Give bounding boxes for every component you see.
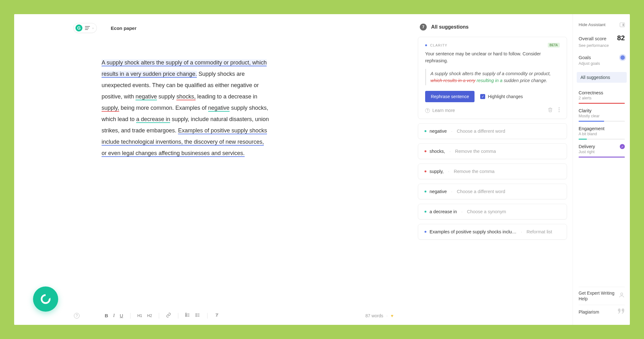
category-dot-icon xyxy=(425,170,426,172)
italic-button[interactable]: I xyxy=(113,313,115,318)
text-segment[interactable]: shocks, xyxy=(176,93,196,100)
more-icon[interactable] xyxy=(558,107,560,114)
category-dot-icon xyxy=(425,231,426,233)
heart-icon[interactable]: ♥ xyxy=(391,313,393,318)
panel-icon xyxy=(620,23,625,27)
see-performance-link[interactable]: See performance xyxy=(579,43,625,48)
assistant-sidebar: Hide Assistant Overall score 82 See perf… xyxy=(573,14,630,325)
svg-text:3: 3 xyxy=(186,315,187,317)
trash-icon[interactable] xyxy=(548,107,553,114)
check-icon: ✓ xyxy=(620,144,625,149)
format-toolbar: B I U H1 H2 123 xyxy=(105,313,219,319)
beta-badge: BETA xyxy=(548,43,560,47)
clear-format-button[interactable] xyxy=(214,313,219,319)
suggestion-card[interactable]: a decrease in·Choose a synonym xyxy=(418,204,567,220)
bullet-list-button[interactable] xyxy=(195,313,200,319)
suggestion-card[interactable]: negative·Choose a different word xyxy=(418,184,567,199)
suggestion-card[interactable]: Examples of positive supply shocks inclu… xyxy=(418,224,567,240)
suggestion-message: Remove the comma xyxy=(455,149,496,154)
chevron-right-icon: › xyxy=(92,26,93,30)
text-segment[interactable]: a decrease in xyxy=(136,116,170,123)
suggestion-message: Choose a different word xyxy=(457,189,505,194)
editor-text-area[interactable]: A supply shock alters the supply of a co… xyxy=(74,57,269,159)
text-segment[interactable]: negative xyxy=(208,105,230,112)
suggestion-word: Examples of positive supply shocks inclu… xyxy=(430,229,516,234)
expert-help-button[interactable]: Get Expert Writing Help xyxy=(579,287,625,305)
metric-engagement[interactable]: EngagementA bit bland xyxy=(579,126,625,140)
expert-icon xyxy=(619,292,625,300)
suggestion-word: shocks, xyxy=(430,149,445,154)
metric-delivery[interactable]: Delivery✓Just right xyxy=(579,144,625,158)
category-dot-icon xyxy=(425,44,427,46)
editor-footer: ? B I U H1 H2 123 xyxy=(74,313,403,319)
suggestion-card-expanded[interactable]: CLARITY BETA Your sentence may be unclea… xyxy=(418,37,567,119)
all-suggestions-tab[interactable]: All suggestions xyxy=(577,72,627,83)
suggestion-card[interactable]: negative·Choose a different word xyxy=(418,123,567,139)
metric-clarity[interactable]: ClarityMostly clear xyxy=(579,108,625,122)
grammarly-logo-icon: G xyxy=(75,25,82,31)
svg-point-12 xyxy=(559,108,560,108)
svg-point-15 xyxy=(621,293,623,295)
svg-point-14 xyxy=(559,111,560,112)
suggestions-header: 7 All suggestions xyxy=(420,24,567,31)
category-dot-icon xyxy=(425,150,426,152)
suggestion-word: supply, xyxy=(430,169,444,174)
help-icon[interactable]: ? xyxy=(74,313,80,319)
suggestions-title: All suggestions xyxy=(431,24,469,30)
editor-column: G › Econ paper A supply shock alters the… xyxy=(14,14,415,325)
text-segment[interactable]: negative xyxy=(136,93,157,100)
category-dot-icon xyxy=(425,130,426,132)
app-window: G › Econ paper A supply shock alters the… xyxy=(14,14,630,325)
plagiarism-button[interactable]: Plagiarism xyxy=(579,305,625,319)
suggestion-message: Choose a different word xyxy=(457,129,505,134)
goals-section[interactable]: Goals xyxy=(579,55,625,60)
goal-indicator-icon xyxy=(620,55,625,60)
bold-button[interactable]: B xyxy=(105,313,108,318)
text-segment[interactable]: supply xyxy=(157,93,176,100)
category-dot-icon xyxy=(425,211,426,213)
suggestion-word: negative xyxy=(430,129,447,134)
suggestion-message: Reformat list xyxy=(526,229,552,234)
grammarly-float-icon[interactable] xyxy=(33,286,58,312)
suggestion-card[interactable]: supply,·Remove the comma xyxy=(418,164,567,179)
category-dot-icon xyxy=(425,191,426,192)
quotes-icon xyxy=(618,308,625,315)
text-segment[interactable]: leading to a decrease in xyxy=(196,93,257,100)
text-segment[interactable]: being more common. Examples of xyxy=(119,105,208,111)
rephrase-button[interactable]: Rephrase sentence xyxy=(425,91,475,102)
suggestion-card[interactable]: shocks,·Remove the comma xyxy=(418,143,567,159)
app-menu-pill[interactable]: G › xyxy=(73,23,97,33)
suggestion-description: Your sentence may be unclear or hard to … xyxy=(425,51,560,64)
h1-button[interactable]: H1 xyxy=(137,314,142,318)
learn-more-link[interactable]: ? Learn more xyxy=(425,108,455,113)
numbered-list-button[interactable]: 123 xyxy=(185,313,190,319)
link-button[interactable] xyxy=(166,313,171,319)
word-count[interactable]: 87 words · ♥ xyxy=(365,313,393,318)
suggestion-quote: A supply shock alters the supply of a co… xyxy=(425,69,560,86)
suggestion-count-badge: 7 xyxy=(420,24,427,31)
document-title[interactable]: Econ paper xyxy=(111,25,136,31)
h2-button[interactable]: H2 xyxy=(147,314,152,318)
suggestion-word: negative xyxy=(430,189,447,194)
hide-assistant-button[interactable]: Hide Assistant xyxy=(579,22,625,27)
svg-point-11 xyxy=(196,316,197,317)
text-segment[interactable]: supply, xyxy=(102,105,119,112)
checkbox-checked-icon: ✓ xyxy=(480,94,485,99)
underline-button[interactable]: U xyxy=(120,313,123,318)
outline-icon xyxy=(85,26,90,30)
adjust-goals-link[interactable]: Adjust goals xyxy=(579,61,625,66)
svg-point-13 xyxy=(559,109,560,110)
suggestion-message: Remove the comma xyxy=(454,169,495,174)
editor-header: G › Econ paper xyxy=(73,23,136,33)
svg-point-9 xyxy=(196,314,197,314)
suggestion-word: a decrease in xyxy=(430,209,457,214)
svg-point-10 xyxy=(196,315,197,315)
highlight-changes-toggle[interactable]: ✓ Highlight changes xyxy=(480,94,523,99)
category-label: CLARITY xyxy=(430,43,447,47)
word-count-label: 87 words xyxy=(365,313,383,318)
metric-correctness[interactable]: Correctness2 alerts xyxy=(579,90,625,104)
overall-score[interactable]: Overall score 82 xyxy=(579,34,625,42)
suggestion-message: Choose a synonym xyxy=(467,209,506,214)
suggestions-column: 7 All suggestions CLARITY BETA Your sent… xyxy=(415,14,573,325)
